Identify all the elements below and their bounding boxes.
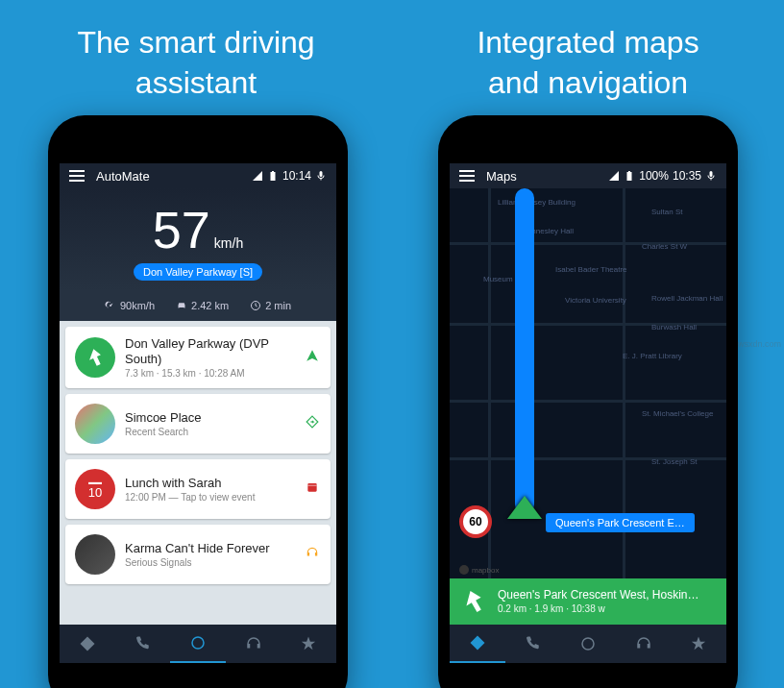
map-poi-label: Lillian Massey Building: [498, 198, 576, 207]
map-poi-label: Rowell Jackman Hall: [651, 294, 723, 303]
nav-apps[interactable]: [560, 625, 616, 663]
card-navigation[interactable]: Don Valley Parkway (DVP South)7.3 km · 1…: [65, 327, 331, 388]
screen-left: AutoMate 10:14 57km/h Don Valley Parkway…: [60, 163, 336, 663]
card-list[interactable]: Don Valley Parkway (DVP South)7.3 km · 1…: [60, 321, 336, 663]
headline-right: Integrated maps and navigation: [392, 23, 784, 103]
map-poi-label: Museum: [483, 275, 513, 283]
road-chip[interactable]: Don Valley Parkway [S]: [134, 263, 262, 281]
nav-apps[interactable]: [170, 625, 226, 663]
app-title: AutoMate: [96, 169, 150, 184]
street-chip[interactable]: Queen's Park Crescent E…: [546, 513, 695, 532]
map-poi-label: E. J. Pratt Library: [623, 352, 682, 360]
turn-left-icon: [75, 337, 115, 378]
mic-icon[interactable]: [315, 170, 327, 182]
card-sub: Recent Search: [125, 427, 296, 437]
speed-limit-sign: 60: [459, 505, 492, 538]
speed-unit: km/h: [214, 235, 243, 251]
nav-action-icon[interactable]: [306, 349, 321, 366]
map-poi-label: St. Joseph St: [651, 457, 698, 466]
map-poi-label: Burwash Hall: [651, 323, 697, 332]
map-poi-label: Isabel Bader Theatre: [555, 265, 627, 274]
svg-rect-1: [307, 483, 316, 492]
bottom-nav: [60, 625, 336, 663]
phone-frame-left: AutoMate 10:14 57km/h Don Valley Parkway…: [48, 115, 348, 688]
car-icon: [176, 300, 187, 311]
trip-stats: 90km/h 2.42 km 2 min: [60, 290, 336, 321]
current-position-icon: [507, 496, 542, 519]
screen-right: Maps 100% 10:35 Lillian Massey BuildingA…: [450, 163, 726, 663]
calendar-action-icon[interactable]: [306, 480, 321, 498]
app-title: Maps: [486, 169, 517, 184]
turn-panel[interactable]: Queen's Park Crescent West, Hoskin… 0.2 …: [450, 578, 726, 625]
gauge-icon: [105, 300, 116, 311]
bottom-nav: [450, 625, 726, 663]
turn-left-icon: [459, 587, 488, 616]
card-sub: Serious Signals: [125, 557, 296, 568]
headline-text: and navigation: [488, 65, 688, 100]
headphones-icon[interactable]: [306, 546, 321, 563]
stat-distance: 2.42 km: [176, 300, 229, 311]
map-poi-label: St. Michael's College: [642, 409, 713, 418]
card-title: Karma Can't Hide Forever: [125, 541, 296, 556]
battery-icon: [624, 170, 635, 182]
battery-icon: [267, 170, 279, 182]
place-icon: [75, 404, 115, 444]
headline-left: The smart driving assistant: [0, 23, 392, 103]
headline-strong: driving: [224, 25, 314, 60]
nav-media[interactable]: [616, 625, 672, 663]
map-poi-label: Victoria University: [565, 296, 626, 305]
speed-display: 57km/h Don Valley Parkway [S]: [60, 188, 336, 290]
statusbar: Maps 100% 10:35: [450, 163, 726, 188]
directions-icon[interactable]: [306, 415, 321, 432]
card-place[interactable]: Simcoe PlaceRecent Search: [65, 394, 331, 454]
nav-media[interactable]: [226, 625, 282, 663]
mapbox-attribution: mapbox: [459, 565, 499, 575]
nav-drive[interactable]: [450, 625, 505, 663]
route-line: [515, 188, 534, 514]
status-icons: 100% 10:35: [608, 169, 717, 183]
card-title: Don Valley Parkway (DVP South): [125, 336, 296, 366]
menu-icon[interactable]: [69, 170, 85, 182]
map-poi-label: Charles St W: [642, 242, 687, 251]
status-battery: 100%: [639, 169, 669, 183]
card-sub: 12:00 PM — Tap to view event: [125, 492, 296, 503]
svg-point-2: [192, 637, 204, 649]
speed-value: 57: [153, 201, 210, 258]
statusbar: AutoMate 10:14: [60, 163, 336, 188]
nav-phone[interactable]: [115, 625, 171, 663]
calendar-icon: ▬▬10: [75, 469, 115, 509]
card-title: Simcoe Place: [125, 410, 296, 426]
album-art-icon: [75, 534, 115, 575]
clock-icon: [250, 300, 261, 311]
nav-drive[interactable]: [60, 625, 115, 663]
status-time: 10:14: [282, 169, 311, 183]
card-calendar[interactable]: ▬▬10 Lunch with Sarah12:00 PM — Tap to v…: [65, 459, 331, 519]
card-title: Lunch with Sarah: [125, 476, 296, 491]
mic-icon[interactable]: [705, 170, 717, 182]
map-poi-label: Sultan St: [651, 208, 682, 216]
nav-favorites[interactable]: [671, 625, 726, 663]
headline-text: assistant: [135, 65, 257, 100]
card-sub: 7.3 km · 15.3 km · 10:28 AM: [125, 368, 296, 379]
menu-icon[interactable]: [459, 170, 475, 182]
status-time: 10:35: [673, 169, 701, 183]
card-music[interactable]: Karma Can't Hide ForeverSerious Signals: [65, 525, 331, 584]
watermark: wsxdn.com: [738, 339, 781, 349]
phone-frame-right: Maps 100% 10:35 Lillian Massey BuildingA…: [438, 115, 738, 688]
nav-phone[interactable]: [505, 625, 561, 663]
stat-avgspeed: 90km/h: [105, 300, 155, 311]
map-area[interactable]: Lillian Massey BuildingAnnesley HallSult…: [450, 188, 726, 625]
headline-text: The smart: [77, 25, 224, 60]
turn-street: Queen's Park Crescent West, Hoskin…: [498, 589, 698, 602]
turn-meta: 0.2 km · 1.9 km · 10:38 w: [498, 603, 698, 614]
nav-favorites[interactable]: [281, 625, 336, 663]
headline-strong: maps: [624, 25, 698, 60]
headline-text: Integrated: [477, 25, 624, 60]
svg-point-3: [582, 638, 594, 650]
signal-icon: [252, 170, 263, 182]
status-icons: 10:14: [252, 169, 327, 183]
stat-time: 2 min: [250, 300, 291, 311]
signal-icon: [608, 170, 620, 182]
